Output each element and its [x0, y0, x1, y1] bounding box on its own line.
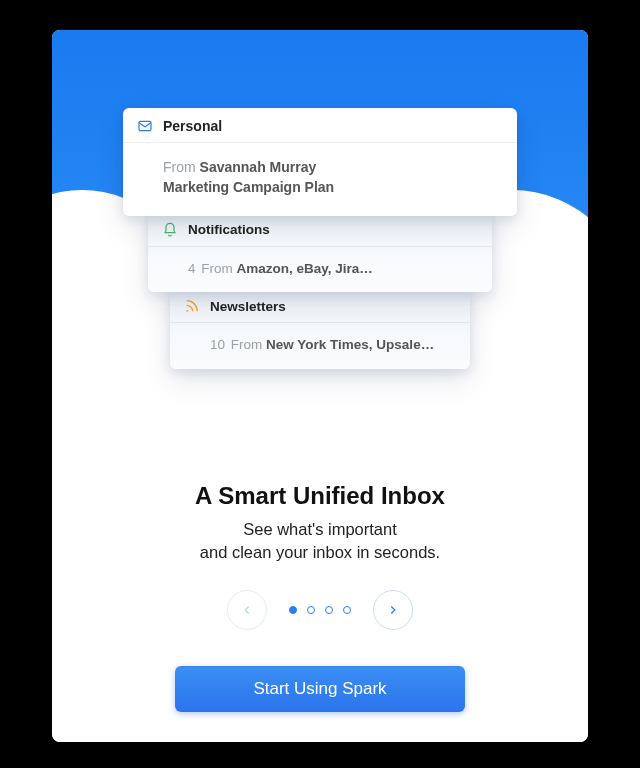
prev-button[interactable] — [227, 590, 267, 630]
notifications-count: 4 — [188, 261, 196, 276]
chevron-right-icon — [386, 603, 400, 617]
from-label: From — [201, 261, 233, 276]
card-notifications: Notifications 4 From Amazon, eBay, Jira… — [148, 212, 492, 293]
svg-point-1 — [186, 310, 188, 312]
from-label: From — [163, 159, 196, 175]
next-button[interactable] — [373, 590, 413, 630]
card-personal-title: Personal — [163, 118, 222, 134]
page-dot-4[interactable] — [343, 606, 351, 614]
headline-section: A Smart Unified Inbox See what's importa… — [52, 482, 588, 564]
card-personal-header: Personal — [123, 108, 517, 143]
card-newsletters-header: Newsletters — [170, 288, 470, 323]
bell-icon — [162, 222, 178, 238]
headline-subtitle: See what's important and clean your inbo… — [52, 518, 588, 564]
card-newsletters-title: Newsletters — [210, 299, 286, 314]
from-label: From — [231, 337, 263, 352]
from-names: New York Times, Upsale… — [266, 337, 434, 352]
card-newsletters-body: 10 From New York Times, Upsale… — [170, 323, 470, 369]
page-dots — [289, 606, 351, 614]
headline-title: A Smart Unified Inbox — [52, 482, 588, 510]
from-name: Savannah Murray — [200, 159, 317, 175]
chevron-left-icon — [240, 603, 254, 617]
card-personal: Personal From Savannah Murray Marketing … — [123, 108, 517, 216]
pager — [52, 590, 588, 630]
newsletters-count: 10 — [210, 337, 225, 352]
page-dot-3[interactable] — [325, 606, 333, 614]
page-dot-1[interactable] — [289, 606, 297, 614]
onboarding-window: Personal From Savannah Murray Marketing … — [52, 30, 588, 742]
card-newsletters: Newsletters 10 From New York Times, Upsa… — [170, 288, 470, 369]
start-using-spark-button[interactable]: Start Using Spark — [175, 666, 465, 712]
page-dot-2[interactable] — [307, 606, 315, 614]
card-notifications-title: Notifications — [188, 222, 270, 237]
rss-icon — [184, 298, 200, 314]
email-subject: Marketing Campaign Plan — [163, 177, 503, 197]
mail-icon — [137, 118, 153, 134]
card-notifications-header: Notifications — [148, 212, 492, 247]
card-personal-body: From Savannah Murray Marketing Campaign … — [123, 143, 517, 216]
inbox-cards-stack: Personal From Savannah Murray Marketing … — [52, 108, 588, 369]
from-names: Amazon, eBay, Jira… — [237, 261, 373, 276]
card-notifications-body: 4 From Amazon, eBay, Jira… — [148, 247, 492, 293]
